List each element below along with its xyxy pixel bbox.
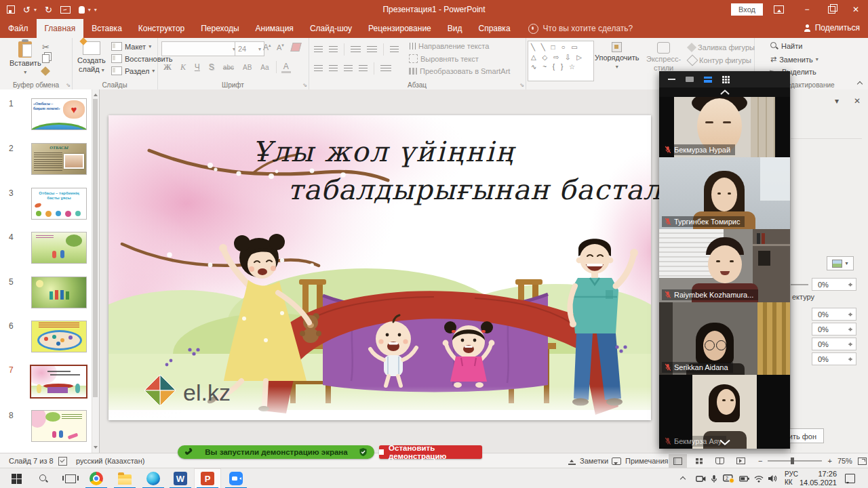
strikethrough-button[interactable]: abc bbox=[221, 64, 236, 71]
font-color-button[interactable]: А bbox=[281, 62, 291, 73]
spinner-updown-icon[interactable] bbox=[848, 340, 854, 349]
pane-close-icon[interactable]: ✕ bbox=[854, 96, 861, 106]
scroll-up-icon[interactable] bbox=[94, 92, 98, 96]
paste-button[interactable]: Вставить ▾ bbox=[9, 41, 41, 75]
login-button[interactable]: Вход bbox=[731, 3, 763, 16]
cut-icon[interactable]: ✂ bbox=[42, 42, 50, 52]
bold-button[interactable]: Ж bbox=[161, 62, 174, 73]
layout-button[interactable]: Макет▾ bbox=[111, 42, 151, 51]
columns-icon[interactable] bbox=[380, 65, 391, 72]
tab-review[interactable]: Рецензирование bbox=[360, 19, 439, 38]
transparency-spinner[interactable]: 0% bbox=[812, 278, 856, 291]
clock[interactable]: 17:26 14.05.2021 bbox=[806, 468, 837, 488]
fit-to-window-icon[interactable] bbox=[858, 458, 867, 465]
tab-view[interactable]: Вид bbox=[439, 19, 471, 38]
font-dialog-launcher-icon[interactable]: ⇘ bbox=[302, 82, 307, 88]
zoom-speaker-view-icon[interactable] bbox=[686, 77, 694, 82]
current-slide[interactable]: el.kz Ұлы жол үйіңнің табалдырығынан бас… bbox=[108, 115, 651, 420]
taskbar-file-explorer[interactable] bbox=[111, 468, 138, 488]
zoom-slider-thumb[interactable] bbox=[791, 458, 794, 464]
tab-home[interactable]: Главная bbox=[37, 19, 84, 38]
participant-video-5[interactable]: Бекмурза Аяу bbox=[659, 375, 790, 449]
transparency-slider[interactable] bbox=[791, 284, 808, 285]
taskbar-edge[interactable] bbox=[140, 468, 167, 488]
shape-fill-button[interactable]: Заливка фигуры bbox=[688, 43, 755, 52]
taskbar-search-button[interactable] bbox=[30, 468, 57, 488]
copy-icon[interactable] bbox=[42, 54, 50, 63]
align-text-button[interactable]: Выровнять текст bbox=[409, 54, 479, 63]
accessibility-button[interactable] bbox=[58, 453, 67, 468]
find-button[interactable]: Найти bbox=[770, 42, 802, 50]
thumbnail-slide-4[interactable] bbox=[31, 232, 87, 264]
start-button[interactable] bbox=[3, 468, 30, 488]
italic-button[interactable]: К bbox=[178, 62, 188, 73]
spinner-updown-icon[interactable] bbox=[848, 325, 854, 334]
tab-animations[interactable]: Анимация bbox=[248, 19, 302, 38]
thumbnail-slide-6[interactable] bbox=[31, 321, 87, 352]
normal-view-button[interactable] bbox=[669, 454, 687, 468]
participant-video-1[interactable]: Бекмурза Нурай bbox=[659, 97, 790, 157]
tab-design[interactable]: Конструктор bbox=[130, 19, 193, 38]
tray-mic[interactable] bbox=[711, 468, 717, 488]
thumbnail-slide-2[interactable]: ОТБАСЫ bbox=[31, 143, 87, 175]
text-direction-button[interactable]: Направление текста bbox=[409, 42, 489, 50]
slideshow-view-button[interactable] bbox=[732, 454, 750, 468]
thumbnail-slide-3[interactable]: Отбасы – тәрбиенің басты ұясы bbox=[31, 188, 87, 220]
stop-share-button[interactable]: Остановить демонстрацию bbox=[379, 445, 482, 459]
tab-insert[interactable]: Вставка bbox=[83, 19, 130, 38]
shape-outline-button[interactable]: Контур фигуры bbox=[688, 56, 751, 64]
zoom-meeting-window[interactable]: Бекмурза Нурай Тургинбек Томирис bbox=[659, 71, 790, 449]
taskbar-chrome[interactable] bbox=[83, 468, 110, 488]
align-right-icon[interactable] bbox=[344, 65, 353, 72]
smartart-button[interactable]: Преобразовать в SmartArt bbox=[409, 67, 510, 75]
zoom-gallery-view-icon[interactable] bbox=[704, 77, 712, 83]
spinner-updown-icon[interactable] bbox=[848, 354, 854, 364]
zoom-percentage[interactable]: 75% bbox=[837, 457, 852, 465]
participant-video-2[interactable]: Тургинбек Томирис bbox=[659, 157, 790, 229]
section-button[interactable]: Раздел▾ bbox=[111, 66, 155, 75]
comments-button[interactable]: Примечания bbox=[612, 453, 669, 468]
offset-y-spinner[interactable]: 0% bbox=[812, 323, 856, 336]
tray-expand-button[interactable] bbox=[681, 468, 686, 488]
new-slide-button[interactable]: Создатьслайд ▾ bbox=[77, 41, 106, 73]
collapse-ribbon-icon[interactable] bbox=[857, 80, 863, 85]
tab-slideshow[interactable]: Слайд-шоу bbox=[302, 19, 360, 38]
thumbnail-slide-1[interactable]: «Отбасы – бақыт мекені» ♥ bbox=[31, 98, 87, 130]
tray-wifi[interactable] bbox=[754, 468, 764, 488]
zoom-out-button[interactable]: − bbox=[758, 457, 762, 465]
participant-video-3[interactable]: Raiymbek Kozhamura... bbox=[659, 229, 790, 302]
slide-sorter-view-button[interactable] bbox=[690, 454, 708, 468]
minimize-button[interactable]: − bbox=[795, 0, 819, 19]
scroll-down-icon[interactable] bbox=[94, 446, 98, 451]
zoom-in-button[interactable]: + bbox=[827, 457, 831, 465]
zoom-minimize-icon[interactable] bbox=[668, 79, 675, 80]
restore-button[interactable] bbox=[819, 0, 844, 19]
offset-x-spinner[interactable]: 0% bbox=[812, 308, 856, 321]
tray-screen-share[interactable]: 2 bbox=[723, 468, 733, 488]
font-name-combo[interactable]: ▾ bbox=[161, 41, 239, 56]
action-center-button[interactable] bbox=[845, 468, 855, 488]
shapes-gallery[interactable]: ╲ ╲ □ ○ ▭ △ ◇ ⇨ ⇩ ▷ ∿ ~ { } ☆ bbox=[528, 41, 594, 81]
numbered-list-icon[interactable] bbox=[329, 46, 338, 53]
texture-picker-button[interactable]: ▾ bbox=[827, 256, 854, 270]
task-view-button[interactable] bbox=[57, 468, 84, 488]
scrollbar-thumb[interactable] bbox=[93, 99, 98, 397]
thumbnail-slide-5[interactable] bbox=[31, 277, 87, 308]
increase-indent-icon[interactable] bbox=[367, 46, 377, 53]
arrange-button[interactable]: Упорядочить ▾ bbox=[595, 42, 639, 70]
change-case-button[interactable]: Аа bbox=[258, 64, 271, 71]
align-center-icon[interactable] bbox=[329, 65, 338, 72]
thumbnail-slide-7[interactable] bbox=[30, 365, 87, 399]
char-spacing-button[interactable]: АВ bbox=[241, 64, 254, 71]
participant-video-4[interactable]: Serikkan Aidana bbox=[659, 302, 790, 375]
shrink-font-button[interactable]: А▾ bbox=[277, 43, 284, 52]
grow-font-button[interactable]: А▴ bbox=[263, 43, 271, 52]
scale-x-spinner[interactable]: 0% bbox=[812, 338, 856, 350]
tray-volume[interactable] bbox=[768, 468, 777, 488]
language-indicator[interactable]: РУС КК bbox=[785, 468, 798, 488]
zoom-scroll-up[interactable] bbox=[659, 87, 790, 97]
tray-camera[interactable] bbox=[696, 468, 706, 488]
clipboard-dialog-launcher-icon[interactable]: ⇘ bbox=[66, 82, 71, 88]
zoom-grid-view-icon[interactable] bbox=[722, 76, 730, 83]
replace-button[interactable]: ⇄Заменить▾ bbox=[770, 55, 818, 64]
